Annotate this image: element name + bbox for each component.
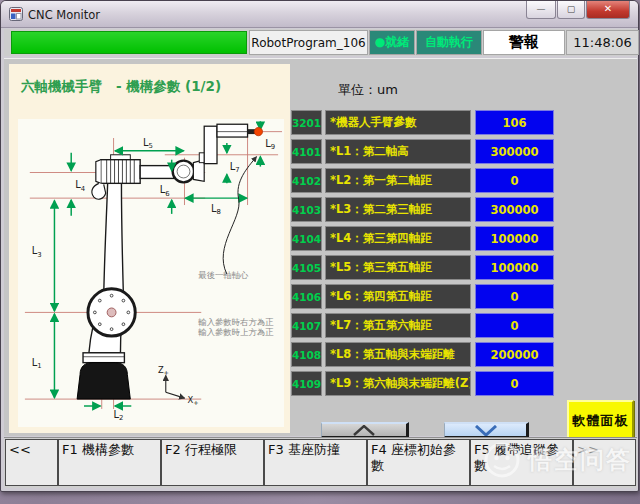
param-number: 4103 [291, 197, 322, 222]
param-label: *L6：第四第五軸距 [325, 284, 471, 309]
status-bar: RobotProgram_106 ●就緒 自動執行 警報 11:48:06 [4, 29, 637, 56]
minimize-button[interactable]: — [526, 1, 556, 19]
param-label: *L4：第三第四軸距 [325, 226, 471, 251]
x-axis-label: X+ [187, 395, 198, 407]
param-number: 4109 [291, 371, 322, 396]
param-number: 4104 [291, 226, 322, 251]
cnc-monitor-window: CNC Monitor — ▢ ✕ RobotProgram_106 ●就緒 自… [0, 0, 639, 492]
z-axis-label: Z+ [158, 365, 169, 377]
forearm-link [140, 166, 173, 179]
svg-text:L4: L4 [75, 179, 85, 192]
param-number: 4108 [291, 342, 322, 367]
table-row: 4105 *L5：第三第五軸距 100000 [291, 255, 554, 280]
end-effector-point [254, 127, 262, 135]
function-key-bar: << F1 機構參數 F2 行程極限 F3 基座防撞 F4 座標初始參數 F5 … [4, 437, 637, 488]
ready-indicator: ●就緒 [369, 30, 415, 55]
svg-text:L9: L9 [265, 138, 275, 151]
param-label: *L2：第一第二軸距 [325, 168, 471, 193]
param-number: 3201 [291, 110, 322, 135]
end-effector-head [217, 124, 248, 137]
svg-text:L2: L2 [114, 409, 124, 422]
table-row: 4109 *L9：第六軸與末端距離(Z) 0 [291, 371, 554, 396]
param-number: 4107 [291, 313, 322, 338]
svg-text:L5: L5 [143, 137, 153, 150]
param-label: *L8：第五軸與末端距離 [325, 342, 471, 367]
progress-bar [11, 31, 247, 54]
table-row: 3201 *機器人手臂參數 106 [291, 110, 554, 135]
param-value[interactable]: 0 [475, 313, 554, 338]
clock: 11:48:06 [566, 30, 639, 55]
param-label: *L7：第五第六軸距 [325, 313, 471, 338]
diagram-panel: 六軸機械手臂- 機構參數 (1/2) [9, 64, 290, 433]
pointer-arrow [223, 157, 256, 274]
fkey-prev-page[interactable]: << [5, 439, 58, 486]
param-label: *L1：第二軸高 [325, 139, 471, 164]
positive-direction-note-2: 輸入參數時上方為正 [198, 327, 274, 337]
chevron-up-icon [352, 425, 376, 436]
svg-text:L8: L8 [211, 203, 221, 216]
close-button[interactable]: ✕ [586, 1, 630, 19]
main-area: 六軸機械手臂- 機構參數 (1/2) [4, 58, 637, 436]
param-value[interactable]: 106 [475, 110, 554, 135]
page-title: 六軸機械手臂- 機構參數 (1/2) [21, 78, 221, 96]
param-value[interactable]: 100000 [475, 226, 554, 251]
table-row: 4108 *L8：第五軸與末端距離 200000 [291, 342, 554, 367]
app-icon [9, 7, 23, 21]
upper-arm [104, 183, 124, 295]
param-number: 4102 [291, 168, 322, 193]
table-row: 4103 *L3：第二第三軸距 300000 [291, 197, 554, 222]
coordinate-axes [166, 375, 185, 398]
unit-label: 單位：um [338, 81, 398, 99]
table-row: 4101 *L1：第二軸高 300000 [291, 139, 554, 164]
robot-arm-diagram: L1 L2 L3 L4 L5 L6 L7 L8 L9 最後一軸軸心 輸入參數時右… [18, 119, 284, 427]
param-label: *L5：第三第五軸距 [325, 255, 471, 280]
end-effector-column [204, 126, 217, 163]
svg-text:L1: L1 [32, 357, 42, 370]
param-value[interactable]: 200000 [475, 342, 554, 367]
fkey-f3-base-collision[interactable]: F3 基座防撞 [264, 439, 367, 486]
page-down-button[interactable] [444, 422, 529, 438]
robot-arm-drawing: L1 L2 L3 L4 L5 L6 L7 L8 L9 最後一軸軸心 輸入參數時右… [18, 119, 284, 427]
param-value[interactable]: 300000 [475, 197, 554, 222]
alarm-indicator: 警報 [483, 30, 565, 55]
param-label: *機器人手臂參數 [325, 110, 471, 135]
param-value[interactable]: 0 [475, 284, 554, 309]
robot-base [77, 363, 130, 399]
last-axis-note: 最後一軸軸心 [198, 270, 249, 280]
param-number: 4106 [291, 284, 322, 309]
param-label: *L3：第二第三軸距 [325, 197, 471, 222]
param-label: *L9：第六軸與末端距離(Z) [325, 371, 471, 396]
positive-direction-note-1: 輸入參數時右方為正 [198, 317, 274, 327]
param-value[interactable]: 100000 [475, 255, 554, 280]
svg-text:L7: L7 [230, 161, 240, 174]
param-value[interactable]: 300000 [475, 139, 554, 164]
table-row: 4104 *L4：第三第四軸距 100000 [291, 226, 554, 251]
fkey-f1-mechanism-params[interactable]: F1 機構參數 [58, 439, 161, 486]
fkey-f5-track-following[interactable]: F5 履帶追蹤參數 [470, 439, 573, 486]
table-row: 4102 *L2：第一第二軸距 0 [291, 168, 554, 193]
maximize-button[interactable]: ▢ [557, 1, 585, 19]
table-row: 4106 *L6：第四第五軸距 0 [291, 284, 554, 309]
svg-text:L3: L3 [32, 245, 42, 258]
param-number: 4101 [291, 139, 322, 164]
program-name: RobotProgram_106 [249, 30, 368, 55]
svg-text:L6: L6 [160, 184, 170, 197]
window-title: CNC Monitor [28, 8, 100, 22]
page-up-button[interactable] [321, 422, 409, 438]
param-value[interactable]: 0 [475, 371, 554, 396]
diagram-notes: 最後一軸軸心 輸入參數時右方為正 輸入參數時上方為正 [198, 270, 274, 337]
fkey-next-page[interactable]: >> [573, 439, 636, 486]
chevron-down-icon [474, 425, 498, 436]
soft-panel-button[interactable]: 軟體面板 [567, 400, 634, 442]
auto-mode-indicator: 自動執行 [416, 30, 482, 55]
param-value[interactable]: 0 [475, 168, 554, 193]
wrist-joint [173, 161, 195, 183]
table-row: 4107 *L7：第五第六軸距 0 [291, 313, 554, 338]
fkey-f2-travel-limit[interactable]: F2 行程極限 [161, 439, 264, 486]
title-bar[interactable]: CNC Monitor — ▢ ✕ [1, 1, 638, 28]
fkey-f4-coord-init-params[interactable]: F4 座標初始參數 [367, 439, 470, 486]
param-number: 4105 [291, 255, 322, 280]
